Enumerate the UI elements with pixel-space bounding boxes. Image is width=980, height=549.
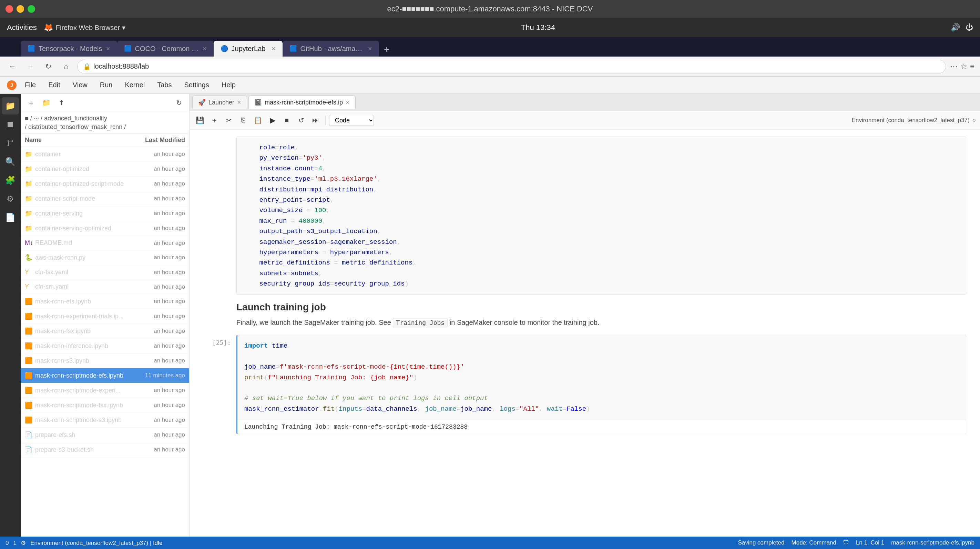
cut-cell-button[interactable]: ✂ [223,114,235,126]
status-env-label: Environment (conda_tensorflow2_latest_p3… [30,540,162,546]
file-item[interactable]: 🟧 mask-rcnn-scriptmode-efs.ipynb 11 minu… [21,368,189,383]
run-cell-button[interactable]: ▶ [266,114,278,126]
file-modified: an hour ago [130,151,185,158]
file-item[interactable]: 🟧 mask-rcnn-scriptmode-experi... an hour… [21,383,189,398]
file-icon: Y [25,283,35,290]
close-button[interactable] [5,5,13,13]
sidebar-icon-git[interactable] [2,134,19,152]
copy-cell-button[interactable]: ⎘ [237,114,250,126]
menu-settings[interactable]: Settings [178,79,214,91]
breadcrumb: ■ / ··· / advanced_functionality / distr… [21,112,189,134]
refresh-button[interactable]: ↻ [173,97,185,109]
restart-run-all-button[interactable]: ⏭ [309,114,322,126]
file-modified: an hour ago [130,225,185,232]
browser-tab-coco[interactable]: 🟦 COCO - Common Object... ✕ [117,41,214,57]
file-name: mask-rcnn-s3.ipynb [35,357,130,364]
file-item[interactable]: 📄 prepare-efs.sh an hour ago [21,428,189,442]
file-item[interactable]: 📁 container-serving-optimized an hour ag… [21,221,189,236]
file-modified: an hour ago [130,210,185,217]
save-button[interactable]: 💾 [194,114,206,126]
file-item[interactable]: Y cfn-fsx.yaml an hour ago [21,265,189,280]
file-item[interactable]: 📁 container-script-mode an hour ago [21,192,189,206]
close-notebook-tab[interactable]: ✕ [345,100,350,105]
extensions-icon[interactable]: ⋯ [950,62,958,71]
menu-tabs[interactable]: Tabs [152,79,177,91]
cell-body-25[interactable]: import time job_name=f'mask-rcnn-efs-scr… [236,335,966,434]
close-launcher-tab[interactable]: ✕ [237,100,241,105]
code-cell-25: [25]: import time job_name=f'mask-rcnn-e… [203,335,966,434]
file-item[interactable]: 📁 container-optimized-script-mode an hou… [21,177,189,192]
forward-button[interactable]: → [24,60,37,73]
menu-run[interactable]: Run [94,79,118,91]
menu-file[interactable]: File [19,79,41,91]
editor-tab-launcher[interactable]: 🚀 Launcher ✕ [192,96,247,109]
add-cell-button[interactable]: ＋ [208,114,221,126]
upload-button[interactable]: ⬆ [55,97,68,109]
file-item[interactable]: Y cfn-sm.yaml an hour ago [21,280,189,294]
browser-tab-jupyterlab[interactable]: 🔵 JupyterLab ✕ [214,41,283,57]
maximize-button[interactable] [27,5,35,13]
menu-view[interactable]: View [67,79,93,91]
file-item[interactable]: 📄 prepare-s3-bucket.sh an hour ago [21,442,189,457]
file-panel-toolbar: ＋ 📁 ⬆ ↻ [21,94,189,112]
new-file-button[interactable]: ＋ [25,97,37,109]
sidebar-icon-files[interactable]: 📁 [2,97,19,115]
browser-tab-tensorpack[interactable]: 🟦 Tensorpack - Models ✕ [21,41,117,57]
file-item[interactable]: M↓ README.md an hour ago [21,236,189,251]
file-name: mask-rcnn-scriptmode-efs.ipynb [35,372,130,379]
url-bar[interactable]: 🔒 localhost:8888/lab [77,60,946,73]
file-item[interactable]: 🐍 aws-mask-rcnn.py an hour ago [21,251,189,265]
file-item[interactable]: 🟧 mask-rcnn-fsx.ipynb an hour ago [21,324,189,338]
new-folder-button[interactable]: 📁 [40,97,52,109]
notebook-tab-icon: 📓 [254,99,262,106]
menu-edit[interactable]: Edit [43,79,65,91]
reload-button[interactable]: ↻ [41,60,55,73]
interrupt-button[interactable]: ■ [280,114,293,126]
paste-cell-button[interactable]: 📋 [251,114,264,126]
sidebar-icon-running[interactable]: ⏹ [2,116,19,133]
file-item[interactable]: 🟧 mask-rcnn-scriptmode-s3.ipynb an hour … [21,413,189,428]
file-item[interactable]: 🟧 mask-rcnn-inference.ipynb an hour ago [21,338,189,353]
home-button[interactable]: ⌂ [59,60,73,73]
file-name: container-script-mode [35,195,130,203]
editor-tab-notebook[interactable]: 📓 mask-rcnn-scriptmode-efs.ip ✕ [248,96,356,109]
file-item[interactable]: 📁 container an hour ago [21,147,189,162]
close-tab-tensorpack[interactable]: ✕ [106,46,110,52]
menu-icon[interactable]: ≡ [970,62,975,71]
status-gear-icon[interactable]: ⚙ [21,540,26,546]
new-tab-button[interactable]: ＋ [379,41,394,57]
svg-point-3 [12,140,13,142]
sidebar-icon-search[interactable]: 🔍 [2,153,19,170]
sidebar-icon-extensions[interactable]: 🧩 [2,172,19,189]
menu-kernel[interactable]: Kernel [119,79,150,91]
file-modified: an hour ago [130,313,185,320]
file-name: prepare-efs.sh [35,431,130,439]
close-tab-github[interactable]: ✕ [368,46,372,52]
cell-body-prev[interactable]: role=role, py_version='py3', instance_co… [236,137,966,295]
cell-type-select[interactable]: Code Markdown Raw [329,115,374,126]
file-item[interactable]: 📁 container-optimized an hour ago [21,162,189,177]
file-item[interactable]: 🟧 mask-rcnn-efs.ipynb an hour ago [21,294,189,309]
close-tab-coco[interactable]: ✕ [202,46,207,52]
bookmark-icon[interactable]: ☆ [960,62,967,71]
systembar: Activities 🦊 Firefox Web Browser ▾ Thu 1… [0,18,980,37]
file-name: mask-rcnn-scriptmode-experi... [35,387,130,394]
file-icon: 🟧 [25,372,35,379]
file-icon: 📄 [25,446,35,453]
minimize-button[interactable] [16,5,24,13]
file-item[interactable]: 📁 container-serving an hour ago [21,206,189,221]
restart-button[interactable]: ↺ [295,114,307,126]
firefox-label[interactable]: 🦊 Firefox Web Browser ▾ [44,23,126,32]
activities-label[interactable]: Activities [7,23,37,32]
titlebar: ec2-■■■■■■■.compute-1.amazonaws.com:8443… [0,0,980,18]
browser-tab-github[interactable]: 🟦 GitHub - aws/amazon-sa... ✕ [283,41,379,57]
menu-help[interactable]: Help [216,79,241,91]
sidebar-icon-pages[interactable]: 📄 [2,209,19,226]
file-item[interactable]: 🟧 mask-rcnn-s3.ipynb an hour ago [21,353,189,368]
back-button[interactable]: ← [5,60,19,73]
sidebar-icon-settings[interactable]: ⚙ [2,190,19,207]
file-panel: ＋ 📁 ⬆ ↻ ■ / ··· / advanced_functionality… [21,94,189,536]
close-tab-jupyterlab[interactable]: ✕ [271,46,276,52]
file-item[interactable]: 🟧 mask-rcnn-scriptmode-fsx.ipynb an hour… [21,398,189,413]
file-item[interactable]: 🟧 mask-rcnn-experiment-trials.ip... an h… [21,309,189,324]
